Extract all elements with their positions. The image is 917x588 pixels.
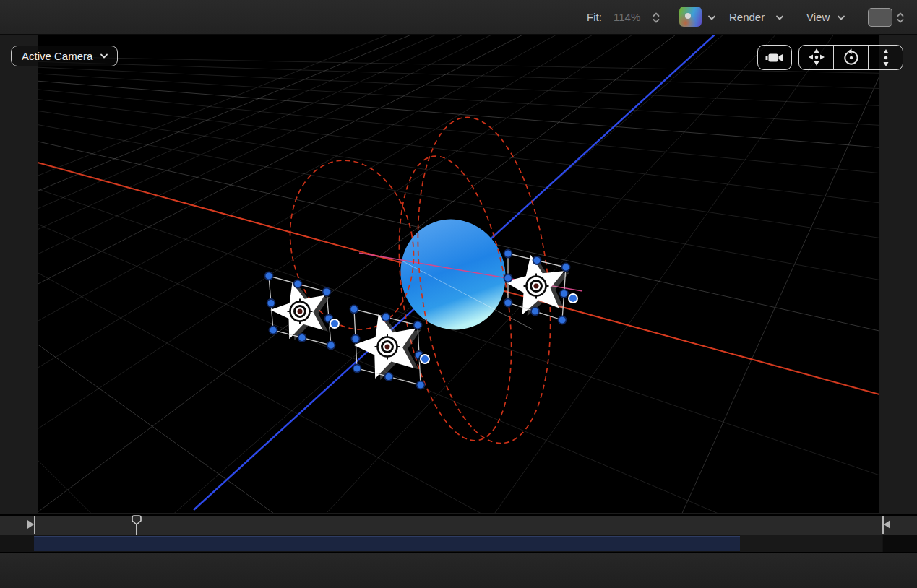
pan-camera-button[interactable] xyxy=(799,46,833,69)
swatch-dot-icon xyxy=(685,13,691,19)
top-toolbar: Fit: 114% Render View xyxy=(0,0,917,35)
render-menu[interactable]: Render xyxy=(729,0,765,34)
mini-timeline[interactable] xyxy=(0,535,917,552)
render-chevron-icon[interactable] xyxy=(775,15,784,21)
camera-control-group xyxy=(798,45,903,70)
mini-timeline-end xyxy=(883,535,917,552)
orbit-icon xyxy=(842,48,861,67)
out-point-line xyxy=(882,516,884,534)
fit-label: Fit: xyxy=(587,0,602,34)
canvas-viewport[interactable] xyxy=(38,35,879,513)
dolly-icon xyxy=(877,48,895,67)
pan-icon xyxy=(807,48,826,67)
mini-timeline-empty xyxy=(740,535,882,552)
in-point-marker[interactable] xyxy=(27,520,34,529)
fit-stepper-icon[interactable] xyxy=(653,12,660,24)
dolly-camera-button[interactable] xyxy=(868,46,903,69)
camera-select-chevron-icon xyxy=(100,53,108,59)
camera-icon xyxy=(765,51,785,65)
orbit-camera-button[interactable] xyxy=(833,46,868,69)
swatch-chevron-icon[interactable] xyxy=(707,15,716,21)
camera-select-menu[interactable]: Active Camera xyxy=(11,46,118,66)
view-menu[interactable]: View xyxy=(806,0,830,34)
camera-select-label: Active Camera xyxy=(22,50,92,62)
out-point-marker[interactable] xyxy=(884,520,890,529)
playhead[interactable] xyxy=(131,515,142,535)
color-swatch[interactable] xyxy=(679,7,702,27)
view-chevron-icon[interactable] xyxy=(837,15,845,21)
bottom-toolbar: T xyxy=(0,552,917,588)
show-camera-button[interactable] xyxy=(757,45,792,70)
layout-stepper-icon[interactable] xyxy=(897,12,904,24)
in-point-line xyxy=(34,516,35,534)
mini-timeline-clip-bar[interactable] xyxy=(34,536,740,551)
fit-zoom-value[interactable]: 114% xyxy=(614,0,640,34)
window-layout-icon[interactable] xyxy=(868,8,892,27)
